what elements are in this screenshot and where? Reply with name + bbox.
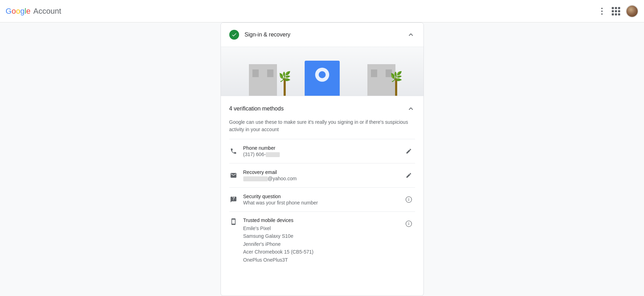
palm-leaves-right: 🌿: [390, 72, 402, 82]
email-domain-text: @yahoo.com: [268, 176, 297, 181]
collapse-button[interactable]: [407, 31, 415, 39]
app-header: G o o g l e Account: [0, 0, 644, 22]
center-panel: Sign-in & recovery 🌿: [221, 22, 424, 296]
phone-edit-button[interactable]: [402, 145, 415, 157]
security-question-icon: [229, 195, 238, 204]
email-value: @yahoo.com: [243, 176, 397, 181]
apps-icon[interactable]: [612, 7, 620, 15]
phone-value: (317) 606-: [243, 152, 397, 157]
verification-section: 4 verification methods Google can use th…: [221, 96, 423, 211]
trusted-header: Trusted mobile devices Emile's Pixel Sam…: [229, 211, 415, 269]
phone-redacted: [266, 152, 280, 157]
email-icon: [229, 171, 238, 180]
trusted-devices-list: Trusted mobile devices Emile's Pixel Sam…: [243, 217, 397, 264]
section-header-left: Sign-in & recovery: [229, 30, 291, 40]
method-item-email: Recovery email @yahoo.com: [229, 163, 415, 187]
palm-tree-right: 🌿: [390, 72, 402, 96]
phone-number-text: (317) 606-: [243, 152, 266, 157]
email-info: Recovery email @yahoo.com: [243, 169, 397, 181]
header-logo-area: G o o g l e Account: [6, 7, 61, 16]
method-item-security: Security question What was your first ph…: [229, 187, 415, 211]
trusted-device-5: OnePlus OnePlus3T: [243, 256, 397, 264]
center-building: [305, 61, 340, 96]
google-logo: G o o g l e: [6, 7, 30, 16]
check-circle-icon: [229, 30, 239, 40]
palm-leaves-left: 🌿: [279, 72, 291, 82]
logo-letter-e: e: [26, 7, 30, 16]
building-left: [249, 64, 277, 96]
security-info-button[interactable]: [402, 193, 415, 206]
header-title: Account: [33, 7, 61, 16]
mobile-device-icon: [229, 217, 238, 226]
phone-icon: [229, 147, 238, 155]
illustration: 🌿 🌿: [221, 47, 423, 96]
trusted-section: Trusted mobile devices Emile's Pixel Sam…: [221, 211, 423, 278]
method-item-phone: Phone number (317) 606-: [229, 139, 415, 163]
main-content: Sign-in & recovery 🌿: [0, 22, 644, 296]
security-info: Security question What was your first ph…: [243, 194, 397, 206]
email-edit-button[interactable]: [402, 169, 415, 182]
trusted-title: Trusted mobile devices: [243, 217, 397, 223]
trusted-info-button[interactable]: [402, 217, 415, 230]
phone-info: Phone number (317) 606-: [243, 145, 397, 157]
section-title: Sign-in & recovery: [245, 32, 291, 38]
header-actions: [598, 5, 638, 18]
logo-letter-g: G: [6, 7, 12, 16]
logo-letter-o2: o: [16, 7, 20, 16]
verification-count: 4 verification methods: [229, 106, 284, 112]
phone-label: Phone number: [243, 145, 397, 151]
trusted-device-2: Samsung Galaxy S10e: [243, 232, 397, 240]
trusted-device-1: Emile's Pixel: [243, 224, 397, 232]
building-face-icon: [315, 68, 329, 82]
trusted-device-3: Jennifer's iPhone: [243, 240, 397, 248]
more-options-icon[interactable]: [598, 7, 606, 15]
email-label: Recovery email: [243, 169, 397, 175]
trusted-device-4: Acer Chromebook 15 (CB5-571): [243, 248, 397, 256]
logo-letter-g2: g: [20, 7, 25, 16]
verification-description: Google can use these to make sure it's r…: [229, 119, 415, 133]
avatar[interactable]: [626, 5, 638, 18]
logo-letter-o1: o: [12, 7, 16, 16]
verification-collapse-button[interactable]: [407, 105, 415, 113]
email-redacted: [243, 176, 268, 181]
security-label: Security question: [243, 194, 397, 199]
avatar-image: [626, 6, 638, 17]
section-header: Sign-in & recovery: [221, 23, 423, 47]
verification-header: 4 verification methods: [229, 96, 415, 119]
security-value: What was your first phone number: [243, 200, 397, 206]
palm-tree-left: 🌿: [279, 72, 291, 96]
illustration-area: 🌿 🌿: [221, 47, 423, 96]
